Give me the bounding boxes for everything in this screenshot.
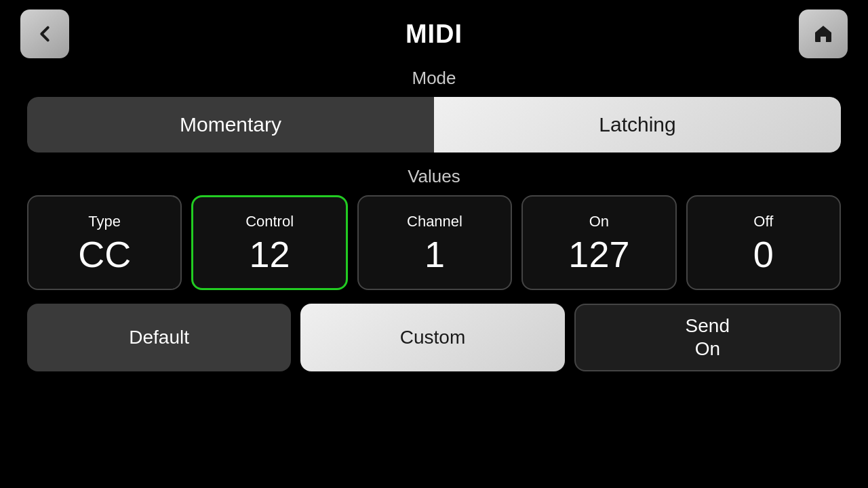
home-icon: [812, 23, 834, 45]
value-card-off-label: Off: [753, 213, 773, 230]
value-card-channel-label: Channel: [407, 213, 462, 230]
send-on-label-line2: On: [695, 338, 720, 361]
value-card-on[interactable]: On 127: [521, 195, 676, 290]
page-title: MIDI: [406, 20, 462, 49]
mode-latching-button[interactable]: Latching: [434, 97, 841, 152]
values-row: Type CC Control 12 Channel 1 On 127 Off …: [27, 195, 841, 290]
value-card-off-value: 0: [753, 236, 774, 272]
value-card-channel-value: 1: [425, 236, 445, 272]
value-card-channel[interactable]: Channel 1: [357, 195, 512, 290]
values-label: Values: [27, 166, 841, 187]
custom-button[interactable]: Custom: [300, 304, 564, 371]
value-card-off[interactable]: Off 0: [686, 195, 841, 290]
values-section: Values Type CC Control 12 Channel 1 On 1…: [0, 166, 868, 290]
default-button[interactable]: Default: [27, 304, 291, 371]
bottom-row: Default Custom Send On: [0, 304, 868, 371]
mode-section: Mode Momentary Latching: [0, 68, 868, 152]
value-card-control[interactable]: Control 12: [191, 195, 347, 290]
send-on-label-line1: Send: [686, 314, 730, 338]
value-card-type-value: CC: [78, 236, 131, 272]
value-card-on-label: On: [589, 213, 609, 230]
chevron-left-icon: [34, 23, 56, 45]
value-card-type[interactable]: Type CC: [27, 195, 182, 290]
value-card-control-label: Control: [245, 213, 294, 230]
value-card-on-value: 127: [568, 236, 629, 272]
value-card-control-value: 12: [250, 236, 290, 272]
back-button[interactable]: [20, 9, 69, 58]
mode-toggle: Momentary Latching: [27, 97, 841, 152]
mode-momentary-button[interactable]: Momentary: [27, 97, 434, 152]
send-on-button[interactable]: Send On: [574, 304, 841, 371]
home-button[interactable]: [799, 9, 848, 58]
value-card-type-label: Type: [88, 213, 121, 230]
mode-label: Mode: [27, 68, 841, 89]
header: MIDI: [0, 0, 868, 68]
